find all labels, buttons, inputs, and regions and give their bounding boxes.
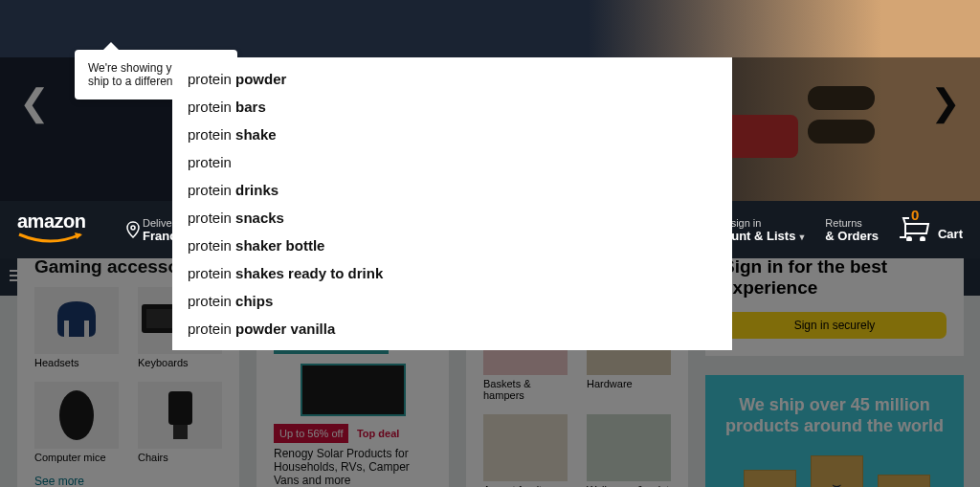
svg-point-11 xyxy=(907,237,911,241)
suggestion-item[interactable]: protein drinks xyxy=(172,176,732,204)
returns-orders[interactable]: Returns & Orders xyxy=(825,216,879,243)
svg-point-12 xyxy=(921,237,924,241)
suggestion-item[interactable]: protein snacks xyxy=(172,204,732,232)
cart-count: 0 xyxy=(911,207,919,223)
amazon-logo[interactable]: amazon xyxy=(17,215,108,244)
location-icon xyxy=(125,221,141,241)
suggestion-item[interactable]: protein shake xyxy=(172,121,732,148)
suggestion-item[interactable]: protein powder vanilla xyxy=(172,315,732,343)
cart-icon: 0 xyxy=(898,214,934,245)
suggestion-item[interactable]: protein bars xyxy=(172,93,732,121)
suggestion-item[interactable]: protein shaker bottle xyxy=(172,232,732,259)
suggestion-item[interactable]: protein chips xyxy=(172,287,732,315)
suggestion-item[interactable]: protein shakes ready to drink xyxy=(172,259,732,287)
cart-button[interactable]: 0 Cart xyxy=(898,214,963,245)
search-suggestions-dropdown: protein powder protein bars protein shak… xyxy=(172,57,732,350)
svg-point-8 xyxy=(131,226,135,230)
suggestion-item[interactable]: protein xyxy=(172,148,732,176)
suggestion-item[interactable]: protein powder xyxy=(172,65,732,93)
